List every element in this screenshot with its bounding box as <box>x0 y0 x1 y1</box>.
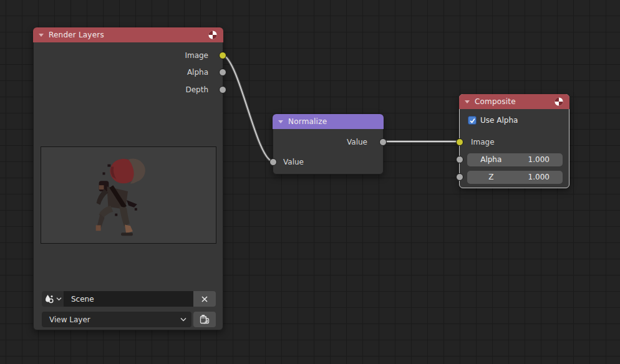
z-field-value: 1.000 <box>515 171 563 184</box>
collapse-arrow-icon[interactable] <box>278 120 283 123</box>
socket-value-input[interactable] <box>269 158 277 166</box>
output-label-value: Value <box>347 136 367 148</box>
output-label-image: Image <box>185 49 208 62</box>
socket-z-input[interactable] <box>456 173 463 181</box>
render-result-icon <box>208 30 218 40</box>
input-label-value: Value <box>283 156 304 168</box>
chevron-down-icon <box>56 297 62 301</box>
view-layer-new-button[interactable] <box>193 312 216 327</box>
node-header-composite[interactable]: Composite <box>459 94 569 109</box>
output-label-depth: Depth <box>185 84 208 96</box>
socket-image-input[interactable] <box>456 138 463 146</box>
use-alpha-label: Use Alpha <box>480 114 518 127</box>
alpha-field-label: Alpha <box>467 153 515 166</box>
socket-value-output[interactable] <box>379 138 387 146</box>
input-label-image: Image <box>471 136 495 148</box>
node-title: Render Layers <box>49 31 203 39</box>
node-title: Composite <box>475 97 549 106</box>
node-normalize[interactable]: Normalize Value Value <box>273 114 384 175</box>
alpha-value-field[interactable]: Alpha 1.000 <box>467 153 563 166</box>
render-preview-frame <box>41 146 216 244</box>
z-value-field[interactable]: Z 1.000 <box>467 171 563 184</box>
checkmark-icon <box>469 117 476 124</box>
socket-image-output[interactable] <box>219 52 226 59</box>
view-layer-dropdown[interactable]: View Layer <box>42 312 191 327</box>
node-composite[interactable]: Composite Use Alpha Image Alpha 1.000 Z … <box>459 94 569 188</box>
node-header-render-layers[interactable]: Render Layers <box>33 27 223 42</box>
render-preview-image <box>41 147 216 243</box>
scene-name: Scene <box>64 295 94 304</box>
socket-alpha-output[interactable] <box>219 69 226 76</box>
view-layer-stack-icon <box>199 314 210 325</box>
alpha-field-value: 1.000 <box>515 153 563 166</box>
render-result-icon <box>554 97 564 107</box>
node-title: Normalize <box>288 117 378 126</box>
socket-depth-output[interactable] <box>219 86 226 93</box>
z-field-label: Z <box>467 171 515 184</box>
collapse-arrow-icon[interactable] <box>39 34 44 37</box>
scene-unlink-button[interactable] <box>193 291 216 307</box>
link-render-image-to-normalize-value[interactable] <box>223 55 272 161</box>
scene-datablock-button[interactable] <box>42 291 64 307</box>
chevron-down-icon <box>180 317 186 322</box>
node-render-layers[interactable]: Render Layers Image Alpha Depth <box>33 27 223 330</box>
scene-name-field[interactable]: Scene <box>64 291 193 307</box>
scene-icon <box>44 294 55 304</box>
close-icon <box>201 295 208 303</box>
collapse-arrow-icon[interactable] <box>465 100 470 103</box>
node-header-normalize[interactable]: Normalize <box>273 114 384 129</box>
use-alpha-checkbox[interactable] <box>468 116 477 125</box>
socket-alpha-input[interactable] <box>456 156 463 163</box>
node-editor-canvas[interactable]: Render Layers Image Alpha Depth <box>0 0 620 364</box>
output-label-alpha: Alpha <box>187 66 208 79</box>
view-layer-value: View Layer <box>42 315 180 324</box>
